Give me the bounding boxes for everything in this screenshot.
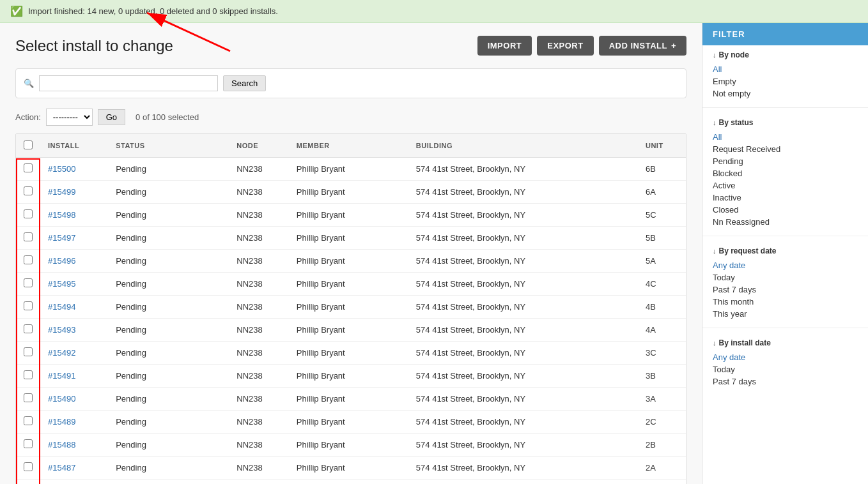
row-checkbox[interactable]	[24, 439, 33, 448]
filter-section-status: ↓ By status All Request Received Pending…	[702, 113, 868, 231]
cell-member: Phillip Bryant	[289, 250, 408, 273]
row-checkbox-cell	[16, 181, 40, 204]
row-checkbox[interactable]	[24, 462, 33, 471]
filter-header: FILTER	[702, 23, 868, 45]
cell-node: NN238	[229, 342, 289, 365]
install-link[interactable]: #15497	[48, 233, 75, 243]
install-link[interactable]: #15489	[48, 417, 75, 427]
search-bar: 🔍 Search	[15, 68, 686, 98]
cell-status: Pending	[108, 273, 229, 296]
select-all-checkbox[interactable]	[24, 140, 33, 149]
filter-status-all[interactable]: All	[713, 131, 858, 143]
filter-status-closed[interactable]: Closed	[713, 204, 858, 216]
filter-reqdate-this-month[interactable]: This month	[713, 296, 858, 308]
table-row: #15489 Pending NN238 Phillip Bryant 574 …	[16, 411, 686, 434]
divider-1	[702, 107, 868, 108]
row-checkbox-cell	[16, 457, 40, 480]
install-link[interactable]: #15490	[48, 394, 75, 404]
add-install-button[interactable]: ADD INSTALL +	[599, 36, 686, 56]
cell-status: Pending	[108, 342, 229, 365]
install-link[interactable]: #15493	[48, 325, 75, 335]
filter-reqdate-today[interactable]: Today	[713, 271, 858, 284]
filter-reqdate-this-year[interactable]: This year	[713, 308, 858, 320]
go-button[interactable]: Go	[98, 109, 125, 125]
col-status: STATUS	[108, 134, 229, 158]
cell-member: Phillip Bryant	[289, 181, 408, 204]
cell-unit: 2A	[638, 457, 686, 480]
cell-member: Phillip Bryant	[289, 273, 408, 296]
filter-request-date-arrow: ↓	[713, 247, 717, 255]
row-checkbox-cell	[16, 411, 40, 434]
install-link[interactable]: #15492	[48, 348, 75, 358]
install-link[interactable]: #15500	[48, 164, 75, 174]
filter-node-all[interactable]: All	[713, 63, 858, 75]
table-row: #15491 Pending NN238 Phillip Bryant 574 …	[16, 365, 686, 388]
cell-node: NN238	[229, 273, 289, 296]
table-row: #15494 Pending NN238 Phillip Bryant 574 …	[16, 296, 686, 319]
filter-status-inactive[interactable]: Inactive	[713, 192, 858, 204]
row-checkbox[interactable]	[24, 301, 33, 310]
action-select[interactable]: ---------	[46, 109, 93, 126]
row-checkbox[interactable]	[24, 163, 33, 172]
filter-status-request-received[interactable]: Request Received	[713, 143, 858, 155]
filter-reqdate-past7[interactable]: Past 7 days	[713, 284, 858, 296]
filter-status-blocked[interactable]: Blocked	[713, 167, 858, 179]
filter-instdate-today[interactable]: Today	[713, 363, 858, 375]
filter-install-date-arrow: ↓	[713, 339, 717, 347]
row-checkbox[interactable]	[24, 278, 33, 287]
main-container: Select install to change IMPORT EXPORT A…	[0, 23, 868, 484]
filter-status-active[interactable]: Active	[713, 179, 858, 192]
filter-status-nn-reassigned[interactable]: Nn Reassigned	[713, 216, 858, 228]
filter-reqdate-any[interactable]: Any date	[713, 259, 858, 271]
cell-install: #15473	[40, 480, 108, 485]
row-checkbox[interactable]	[24, 255, 33, 264]
install-link[interactable]: #15496	[48, 256, 75, 266]
install-link[interactable]: #15491	[48, 371, 75, 381]
page-header: Select install to change IMPORT EXPORT A…	[15, 36, 686, 56]
search-input[interactable]	[39, 75, 218, 91]
cell-node: NN238	[229, 250, 289, 273]
install-link[interactable]: #15494	[48, 302, 75, 312]
cell-status: Pending	[108, 158, 229, 181]
row-checkbox[interactable]	[24, 324, 33, 333]
import-button[interactable]: IMPORT	[477, 36, 532, 56]
filter-status-pending[interactable]: Pending	[713, 155, 858, 167]
cell-unit: 4A	[638, 319, 686, 342]
col-unit: UNIT	[638, 134, 686, 158]
col-node: NODE	[229, 134, 289, 158]
filter-section-install-date: ↓ By install date Any date Today Past 7 …	[702, 333, 868, 390]
filter-node-empty[interactable]: Empty	[713, 75, 858, 87]
filter-instdate-past7[interactable]: Past 7 days	[713, 375, 858, 388]
filter-section-request-date: ↓ By request date Any date Today Past 7 …	[702, 241, 868, 322]
row-checkbox[interactable]	[24, 370, 33, 379]
cell-unit: 6B	[638, 158, 686, 181]
row-checkbox[interactable]	[24, 209, 33, 218]
filter-status-title: ↓ By status	[713, 118, 858, 127]
cell-building: 574 41st Street, Brooklyn, NY	[408, 342, 638, 365]
table-row: #15498 Pending NN238 Phillip Bryant 574 …	[16, 204, 686, 227]
row-checkbox[interactable]	[24, 416, 33, 425]
install-link[interactable]: #15488	[48, 440, 75, 450]
search-button[interactable]: Search	[223, 75, 266, 91]
install-link[interactable]: #15498	[48, 210, 75, 220]
cell-member: Phillip Bryant	[289, 411, 408, 434]
install-link[interactable]: #15487	[48, 463, 75, 473]
export-button[interactable]: EXPORT	[537, 36, 593, 56]
cell-member: Phillip Bryant	[289, 227, 408, 250]
row-checkbox[interactable]	[24, 347, 33, 356]
filter-node-arrow: ↓	[713, 51, 717, 59]
cell-install: #15495	[40, 273, 108, 296]
row-checkbox[interactable]	[24, 186, 33, 195]
cell-node: NN238	[229, 388, 289, 411]
row-checkbox[interactable]	[24, 232, 33, 241]
cell-unit: 6A	[638, 181, 686, 204]
cell-unit: 3A	[638, 388, 686, 411]
filter-node-not-empty[interactable]: Not empty	[713, 87, 858, 100]
row-checkbox-cell	[16, 319, 40, 342]
install-link[interactable]: #15495	[48, 279, 75, 289]
filter-instdate-any[interactable]: Any date	[713, 351, 858, 363]
install-link[interactable]: #15499	[48, 187, 75, 197]
filter-node-label: By node	[719, 50, 749, 59]
cell-node: NN238	[229, 204, 289, 227]
row-checkbox[interactable]	[24, 393, 33, 402]
